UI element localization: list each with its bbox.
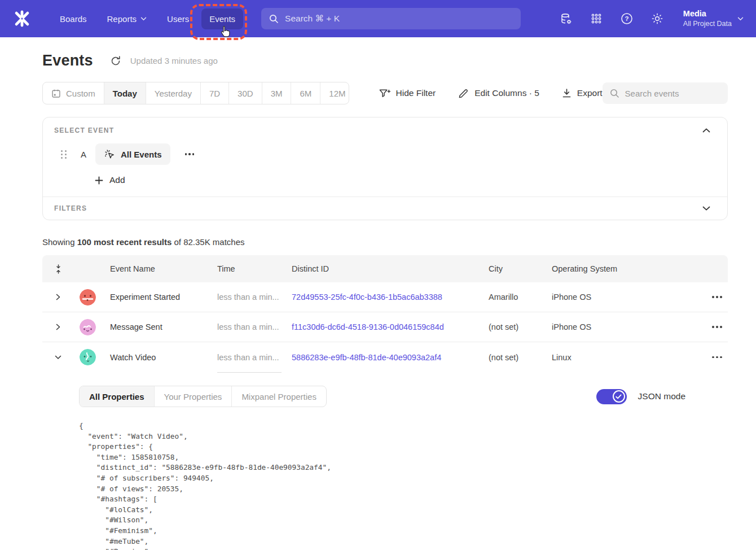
calendar-icon <box>51 89 61 98</box>
select-event-label: SELECT EVENT <box>54 126 114 134</box>
table-header-row: Event Name Time Distinct ID City Operati… <box>42 255 728 282</box>
events-table: Event Name Time Distinct ID City Operati… <box>42 255 728 550</box>
project-selector[interactable]: Media All Project Data <box>683 8 744 29</box>
nav-item-boards[interactable]: Boards <box>52 8 95 29</box>
settings-gear-icon[interactable] <box>650 12 664 25</box>
cell-time: less than a min... <box>217 322 292 331</box>
refresh-icon[interactable] <box>110 55 121 67</box>
event-detail-panel: All Properties Your Properties Mixpanel … <box>42 372 728 550</box>
search-events-placeholder: Search events <box>625 89 679 98</box>
filters-toolbar: Custom Today Yesterday 7D 30D 3M 6M 12M … <box>42 82 728 104</box>
column-header-distinct-id[interactable]: Distinct ID <box>292 264 489 273</box>
event-selector-button[interactable]: All Events <box>95 143 170 165</box>
collapse-section-icon[interactable] <box>702 126 710 134</box>
project-scope: All Project Data <box>683 19 732 29</box>
column-header-event-name[interactable]: Event Name <box>110 264 217 273</box>
date-option-7d[interactable]: 7D <box>201 82 229 104</box>
cell-distinct-id-link[interactable]: 5886283e-e9fb-48fb-81de-40e9093a2af4 <box>292 353 489 362</box>
global-search-input[interactable]: Search ⌘ + K <box>261 8 521 29</box>
cell-distinct-id-link[interactable]: f11c30d6-dc6d-4518-9136-0d046159c84d <box>292 322 489 331</box>
column-header-time[interactable]: Time <box>217 264 292 273</box>
search-events-input[interactable]: Search events <box>603 82 728 104</box>
row-more-options-icon[interactable] <box>712 356 728 359</box>
selected-event-name: All Events <box>121 150 162 159</box>
search-icon <box>269 14 279 24</box>
project-name: Media <box>683 8 732 20</box>
magic-cursor-icon <box>104 149 116 160</box>
collapse-all-rows-icon[interactable] <box>55 264 62 274</box>
date-option-6m[interactable]: 6M <box>291 82 320 104</box>
event-json-content: { "event": "Watch Video", "properties": … <box>79 421 728 550</box>
top-navbar: Boards Reports Users Events Search ⌘ + K <box>0 0 756 37</box>
edit-columns-button[interactable]: Edit Columns · 5 <box>458 88 539 99</box>
collapse-row-icon[interactable] <box>55 354 61 361</box>
hide-filter-button[interactable]: Hide Filter <box>379 88 436 99</box>
cell-event-name: Experiment Started <box>110 293 217 302</box>
export-button[interactable]: Export <box>562 88 603 98</box>
event-step-letter: A <box>81 150 86 159</box>
column-header-city[interactable]: City <box>489 264 552 273</box>
page-title: Events <box>42 52 93 69</box>
nav-item-users[interactable]: Users <box>159 8 197 29</box>
table-row-expanded[interactable]: Watch Video less than a min... 5886283e-… <box>42 342 728 372</box>
filters-section[interactable]: FILTERS <box>43 197 727 220</box>
drag-handle[interactable] <box>61 150 67 159</box>
date-option-custom[interactable]: Custom <box>43 82 104 104</box>
download-icon <box>562 88 572 98</box>
tab-mixpanel-properties[interactable]: Mixpanel Properties <box>232 386 326 407</box>
json-mode-toggle[interactable] <box>596 389 627 404</box>
primary-nav: Boards Reports Users Events <box>52 8 243 29</box>
expand-section-icon[interactable] <box>702 204 710 212</box>
plus-icon <box>95 176 103 185</box>
cell-event-name: Message Sent <box>110 322 217 331</box>
cell-os: iPhone OS <box>552 322 659 331</box>
row-more-options-icon[interactable] <box>712 326 728 328</box>
nav-item-reports[interactable]: Reports <box>99 8 155 29</box>
date-range-control: Custom Today Yesterday 7D 30D 3M 6M 12M <box>42 82 349 104</box>
search-icon <box>610 89 619 98</box>
event-more-options-icon[interactable] <box>185 153 195 155</box>
cell-os: iPhone OS <box>552 293 659 302</box>
query-builder-card: SELECT EVENT A All Events <box>42 117 728 220</box>
svg-text:?: ? <box>625 15 628 22</box>
date-option-12m[interactable]: 12M <box>320 82 349 104</box>
filter-funnel-icon <box>379 88 390 99</box>
results-summary: Showing 100 most recent results of 82.35… <box>42 237 728 247</box>
check-icon <box>616 394 622 399</box>
expand-row-icon[interactable] <box>55 324 61 330</box>
cell-os: Linux <box>552 353 659 362</box>
tab-all-properties[interactable]: All Properties <box>80 386 155 407</box>
event-avatar <box>80 289 96 305</box>
add-event-button[interactable]: Add <box>95 175 716 185</box>
apps-grid-icon[interactable] <box>590 12 603 25</box>
cell-distinct-id-link[interactable]: 72d49553-25fc-4f0c-b436-1b5ac6ab3388 <box>292 293 489 302</box>
column-header-os[interactable]: Operating System <box>552 264 659 273</box>
results-count: 100 most recent results <box>77 237 172 247</box>
events-page: Events Updated 3 minutes ago Custom Toda… <box>0 37 756 550</box>
cell-time: less than a min... <box>217 293 292 302</box>
pencil-icon <box>458 88 469 99</box>
global-search-placeholder: Search ⌘ + K <box>285 14 340 24</box>
select-event-section: SELECT EVENT A All Events <box>43 117 727 197</box>
table-row[interactable]: Experiment Started less than a min... 72… <box>42 282 728 312</box>
date-option-today[interactable]: Today <box>104 82 146 104</box>
chevron-down-icon <box>140 17 147 21</box>
mixpanel-logo-icon[interactable] <box>12 9 32 28</box>
table-row[interactable]: Message Sent less than a min... f11c30d6… <box>42 312 728 342</box>
date-option-30d[interactable]: 30D <box>229 82 262 104</box>
cell-city: (not set) <box>489 353 552 362</box>
row-more-options-icon[interactable] <box>712 296 728 298</box>
date-option-3m[interactable]: 3M <box>262 82 292 104</box>
event-avatar <box>80 319 96 335</box>
filters-label: FILTERS <box>54 204 87 212</box>
properties-tabs: All Properties Your Properties Mixpanel … <box>79 386 327 407</box>
data-management-icon[interactable] <box>559 12 573 25</box>
tab-your-properties[interactable]: Your Properties <box>155 386 232 407</box>
last-updated-text: Updated 3 minutes ago <box>130 56 218 66</box>
toggle-knob <box>613 390 625 403</box>
navbar-actions: ? Media All Project Data <box>559 8 744 29</box>
table-actions: Hide Filter Edit Columns · 5 Export <box>379 88 603 99</box>
expand-row-icon[interactable] <box>55 294 61 300</box>
date-option-yesterday[interactable]: Yesterday <box>146 82 201 104</box>
help-icon[interactable]: ? <box>620 12 634 25</box>
